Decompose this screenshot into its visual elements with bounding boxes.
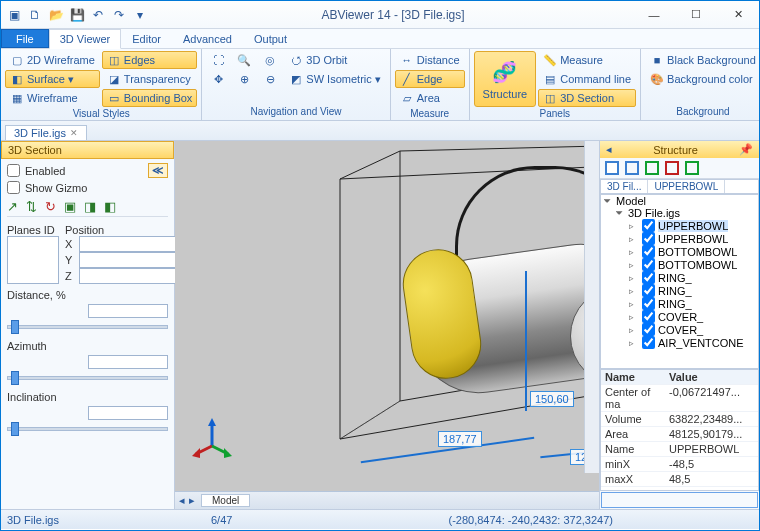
plane-top-icon[interactable]: ◧ [104,199,116,214]
tree-item[interactable]: ▹COVER_ [601,323,758,336]
btn-black-background[interactable]: ■Black Background [645,51,760,69]
zoom-out-icon: ⊖ [263,72,277,86]
btn-views-more[interactable]: ◎ [258,51,282,69]
plane-reset-icon[interactable]: ↻ [45,199,56,214]
hide-icon[interactable] [665,161,679,175]
section-panel-header[interactable]: 3D Section [1,141,174,159]
collapse-icon[interactable]: ≪ [148,163,168,178]
tab-editor[interactable]: Editor [121,29,172,48]
btn-wireframe[interactable]: ▦Wireframe [5,89,100,107]
statusbar: 3D File.igs 6/47 (-280,8474: -240,2432: … [1,509,759,529]
btn-area[interactable]: ▱Area [395,89,465,107]
property-row[interactable]: Volume63822,23489... [601,412,758,427]
slider-inclination[interactable] [7,427,168,431]
property-row[interactable]: Center of ma-0,06721497... [601,385,758,412]
model-tab[interactable]: Model [201,494,250,507]
btn-zoom-extents[interactable]: ⛶ [206,51,230,69]
isolate-icon[interactable] [685,161,699,175]
tree-item[interactable]: ▹BOTTOMBOWL [601,258,758,271]
btn-background-color[interactable]: 🎨Background color [645,70,760,88]
close-button[interactable]: ✕ [717,4,759,26]
btn-3d-orbit[interactable]: ⭯3D Orbit [284,51,385,69]
btn-edges[interactable]: ◫Edges [102,51,198,69]
btn-transparency[interactable]: ◪Transparency [102,70,198,88]
tree-item[interactable]: ▹BOTTOMBOWL [601,245,758,258]
lbl-azimuth: Azimuth [7,340,168,352]
new-icon[interactable]: 🗋 [26,6,44,24]
slider-distance[interactable] [7,325,168,329]
plane-side-icon[interactable]: ◨ [84,199,96,214]
input-inclination[interactable] [88,406,168,420]
group-label: Visual Styles [5,107,197,120]
tree-item[interactable]: ▹RING_ [601,284,758,297]
viewport-canvas[interactable]: 187,77 122,50 150,60 [175,141,599,491]
input-azimuth[interactable] [88,355,168,369]
btn-distance[interactable]: ↔Distance [395,51,465,69]
undo-icon[interactable]: ↶ [89,6,107,24]
btn-zoom-window[interactable]: 🔍 [232,51,256,69]
input-distance[interactable] [88,304,168,318]
property-row[interactable]: maxX48,5 [601,472,758,487]
minimize-button[interactable]: — [633,4,675,26]
plane-add-icon[interactable]: ↗ [7,199,18,214]
structure-header[interactable]: ◂Structure📌 [600,141,759,158]
btn-bounding-box[interactable]: ▭Bounding Box [102,89,198,107]
command-line-input[interactable] [601,492,758,508]
property-row[interactable]: minY-77 [601,487,758,491]
pin-icon[interactable]: 📌 [739,143,753,156]
chk-enabled[interactable]: Enabled≪ [7,163,168,178]
status-coords: (-280,8474: -240,2432: 372,3247) [448,514,753,526]
tab-3d-viewer[interactable]: 3D Viewer [49,29,122,49]
btn-2d-wireframe[interactable]: ▢2D Wireframe [5,51,100,69]
file-menu[interactable]: File [1,29,49,48]
qat-dropdown-icon[interactable]: ▾ [131,6,149,24]
plane-front-icon[interactable]: ▣ [64,199,76,214]
maximize-button[interactable]: ☐ [675,4,717,26]
tab-output[interactable]: Output [243,29,298,48]
structure-tree[interactable]: ⏷Model ⏷3D File.igs ▹UPPERBOWL▹UPPERBOWL… [600,194,759,369]
btn-command-line[interactable]: ▤Command line [538,70,636,88]
viewport-tabs: ◂ ▸ Model [175,491,599,509]
tree-item[interactable]: ▹AIR_VENTCONE [601,336,758,349]
tree-item[interactable]: ▹UPPERBOWL [601,232,758,245]
properties-grid[interactable]: NameValue Center of ma-0,06721497...Volu… [600,369,759,491]
breadcrumb[interactable]: 3D Fil...UPPERBOWL [600,179,759,194]
tree-item[interactable]: ▹RING_ [601,271,758,284]
property-row[interactable]: Area48125,90179... [601,427,758,442]
tab-prev-icon[interactable]: ◂ [179,494,185,507]
property-row[interactable]: minX-48,5 [601,457,758,472]
doc-tab[interactable]: 3D File.igs✕ [5,125,87,140]
structure-tools [600,158,759,179]
btn-surface[interactable]: ◧Surface ▾ [5,70,100,88]
app-icon[interactable]: ▣ [5,6,23,24]
btn-3d-section-panel[interactable]: ◫3D Section [538,89,636,107]
tab-advanced[interactable]: Advanced [172,29,243,48]
btn-zoom-in[interactable]: ⊕ [232,70,256,88]
planes-list[interactable] [7,236,59,284]
btn-measure-panel[interactable]: 📏Measure [538,51,636,69]
btn-structure-panel[interactable]: 🧬 Structure [474,51,537,107]
btn-sw-isometric[interactable]: ◩SW Isometric ▾ [284,70,385,88]
tree-item[interactable]: ▹UPPERBOWL [601,219,758,232]
tree-item[interactable]: ▹COVER_ [601,310,758,323]
show-icon[interactable] [645,161,659,175]
redo-icon[interactable]: ↷ [110,6,128,24]
chk-show-gizmo[interactable]: Show Gizmo [7,181,168,194]
close-tab-icon[interactable]: ✕ [70,128,78,138]
save-icon[interactable]: 💾 [68,6,86,24]
view-grid-icon[interactable] [625,161,639,175]
edges-icon: ◫ [107,53,121,67]
plane-flip-icon[interactable]: ⇅ [26,199,37,214]
zoom-window-icon: 🔍 [237,53,251,67]
svg-marker-2 [224,448,232,458]
slider-azimuth[interactable] [7,376,168,380]
scrollbar-vertical[interactable] [584,141,599,473]
view-tree-icon[interactable] [605,161,619,175]
btn-edge[interactable]: ╱Edge [395,70,465,88]
open-icon[interactable]: 📂 [47,6,65,24]
property-row[interactable]: NameUPPERBOWL [601,442,758,457]
btn-pan[interactable]: ✥ [206,70,230,88]
tree-item[interactable]: ▹RING_ [601,297,758,310]
tab-next-icon[interactable]: ▸ [189,494,195,507]
btn-zoom-out[interactable]: ⊖ [258,70,282,88]
